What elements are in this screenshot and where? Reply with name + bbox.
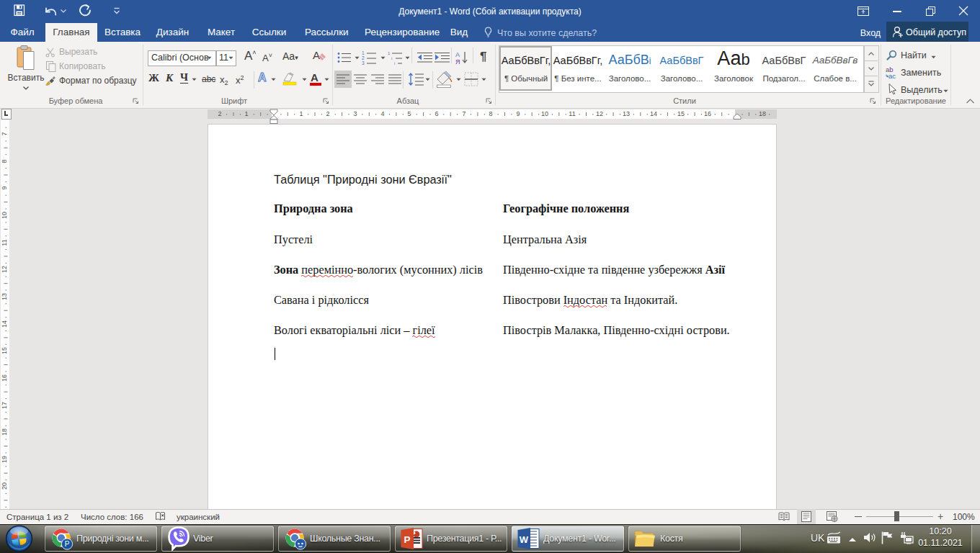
svg-text:P: P bbox=[404, 534, 410, 545]
svg-text:3: 3 bbox=[362, 60, 365, 65]
svg-text:i: i bbox=[391, 56, 392, 60]
svg-text:А: А bbox=[455, 51, 460, 58]
svg-text:1: 1 bbox=[362, 50, 365, 55]
svg-text:Я: Я bbox=[455, 58, 460, 65]
svg-text:ac: ac bbox=[888, 72, 896, 79]
svg-text:W: W bbox=[520, 534, 529, 545]
svg-text:1: 1 bbox=[388, 51, 391, 55]
svg-text:2: 2 bbox=[362, 55, 365, 60]
svg-text:A: A bbox=[313, 49, 320, 61]
svg-text:i: i bbox=[394, 61, 395, 65]
svg-text:P: P bbox=[65, 540, 70, 548]
